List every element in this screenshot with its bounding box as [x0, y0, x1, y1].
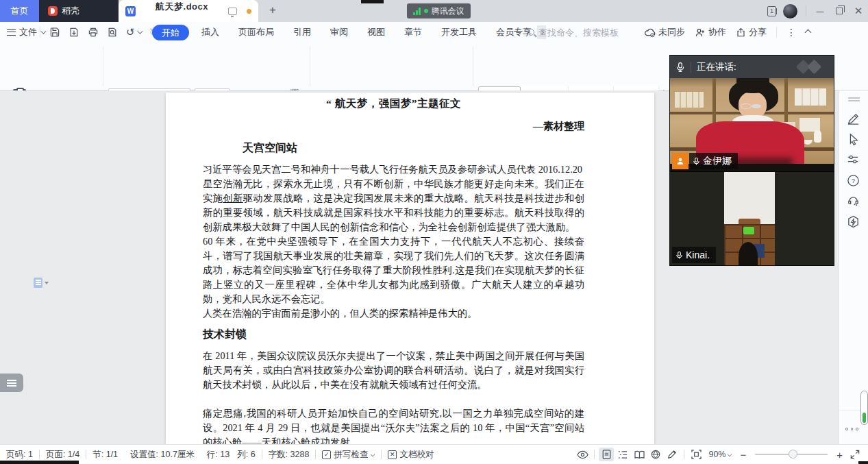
- print-preview-button[interactable]: [103, 22, 122, 42]
- share-label: 分享: [749, 26, 767, 38]
- page-number-status[interactable]: 页码: 1: [0, 449, 39, 461]
- tab-developer-tools[interactable]: 开发工具: [432, 26, 486, 38]
- tab-page-layout[interactable]: 页面布局: [229, 26, 284, 38]
- drag-handle[interactable]: [848, 97, 860, 99]
- more-menu-button[interactable]: ⋮: [786, 27, 796, 38]
- open-documents-icon[interactable]: 1: [767, 6, 776, 16]
- hamburger-icon: [7, 29, 16, 36]
- close-button[interactable]: ✕: [849, 0, 868, 22]
- navigation-pane-toggle[interactable]: [0, 374, 23, 392]
- setting-value-status[interactable]: 设置值: 10.7厘米: [124, 449, 201, 461]
- spell-check-icon: ✓: [322, 450, 331, 459]
- cursor-select-button[interactable]: [847, 133, 859, 145]
- background-wall: [724, 172, 775, 224]
- eye-protection-button[interactable]: [575, 448, 590, 461]
- participant-glasses: [741, 103, 752, 109]
- file-menu[interactable]: 文件: [7, 22, 45, 42]
- divider: [806, 5, 806, 16]
- tab-home[interactable]: 首页: [0, 0, 39, 22]
- meeting-header[interactable]: 正在讲话:: [670, 56, 834, 78]
- fullscreen-button[interactable]: [847, 448, 863, 461]
- read-layout-button[interactable]: [632, 448, 647, 461]
- adjust-settings-button[interactable]: [847, 154, 859, 166]
- new-tab-button[interactable]: +: [266, 3, 280, 17]
- speaking-label: 正在讲话:: [697, 61, 736, 73]
- column-status[interactable]: 列: 6: [231, 449, 261, 461]
- paragraph: 习近平等会见天宫二号和神舟十一号载人飞行任务航天员及参研参试人员代表 2016.…: [203, 162, 584, 177]
- divider: [776, 27, 777, 38]
- tab-review[interactable]: 审阅: [321, 26, 358, 38]
- paragraph: 60 年来，在党中央坚强领导下，在全国大力支持下，一代代航天人不忘初心、接续奋斗…: [203, 234, 584, 306]
- collapse-ribbon-button[interactable]: [805, 29, 812, 36]
- paragraph: 人类在浩瀚的宇宙面前是渺小的，但人类的探索精神是伟大的。: [203, 306, 584, 321]
- tab-home-ribbon[interactable]: 开始: [152, 25, 189, 40]
- tab-insert[interactable]: 插入: [192, 26, 229, 38]
- tab-docer[interactable]: 稻壳: [39, 0, 119, 22]
- minimize-button[interactable]: ─: [810, 0, 830, 22]
- export-button[interactable]: [64, 22, 84, 42]
- divider: [473, 47, 473, 86]
- share-button[interactable]: 分享: [736, 26, 767, 38]
- zoom-level-button[interactable]: 90%: [705, 450, 735, 459]
- document-page[interactable]: “ 航天梦，强国梦”主题征文 —素材整理 天宫空间站 习近平等会见天宫二号和神舟…: [166, 93, 654, 444]
- background-vase: [814, 130, 821, 143]
- video-tile-participant-1[interactable]: 金伊娜: [670, 78, 834, 172]
- meeting-floating-badge[interactable]: 腾讯会议: [407, 3, 471, 19]
- help-button[interactable]: ?: [847, 174, 860, 187]
- microphone-icon: [675, 251, 683, 260]
- search-input[interactable]: [538, 27, 648, 38]
- customer-service-button[interactable]: [847, 195, 860, 208]
- section-status[interactable]: 节: 1/1: [86, 449, 124, 461]
- zoom-slider-knob[interactable]: [789, 450, 797, 459]
- tab-references[interactable]: 引用: [284, 26, 321, 38]
- quick-actions-button[interactable]: [847, 215, 860, 228]
- screen-artifact: [858, 461, 868, 464]
- right-sidebar: ?: [839, 90, 868, 444]
- word-count-status[interactable]: 字数: 3288: [262, 449, 316, 461]
- document-byline: —素材整理: [203, 120, 584, 133]
- pages-status[interactable]: 页面: 1/4: [40, 449, 86, 461]
- proofread-button[interactable]: ✕ 文档校对: [382, 449, 440, 461]
- zoom-slider[interactable]: [755, 454, 828, 455]
- print-button[interactable]: [84, 22, 103, 42]
- paragraph: 在 2011 年，美国众议院议员沃尔夫提出了一个议案，禁止美中两国之间开展任何与…: [203, 349, 584, 392]
- spell-check-button[interactable]: ✓ 拼写检查: [316, 449, 381, 461]
- collaborate-button[interactable]: 协作: [695, 26, 726, 38]
- command-search[interactable]: [528, 25, 658, 40]
- background-books: [795, 88, 826, 106]
- tab-view[interactable]: 视图: [358, 26, 395, 38]
- sync-status-button[interactable]: 未同步: [644, 26, 685, 38]
- tab-document[interactable]: W 航天梦.docx: [119, 0, 258, 22]
- web-layout-button[interactable]: [648, 448, 663, 461]
- fit-page-button[interactable]: [689, 448, 704, 461]
- more-options-dots[interactable]: [845, 428, 858, 430]
- meeting-overlay-panel[interactable]: 正在讲话: 金伊娜: [669, 55, 834, 266]
- portrait-video-strip: [724, 172, 775, 265]
- participant-nametag: Kinai.: [672, 247, 716, 263]
- participant-bangs: [736, 78, 769, 93]
- save-button[interactable]: [45, 22, 64, 42]
- tab-section[interactable]: 章节: [395, 26, 432, 38]
- page-view-button[interactable]: [599, 448, 614, 461]
- menubar: 文件 ↺ ↻ 开始 插入 页面布局 引用 审阅 视图 章节 开发工具 会员专享: [0, 22, 868, 42]
- user-avatar[interactable]: [783, 4, 797, 19]
- search-icon: [528, 29, 534, 36]
- zoom-out-button[interactable]: −: [736, 449, 749, 461]
- paragraph-options-margin-button[interactable]: [34, 278, 49, 288]
- statusbar-right: 90% − +: [575, 448, 868, 461]
- ink-annotate-button[interactable]: [665, 448, 680, 461]
- undo-button[interactable]: ↺: [122, 22, 145, 42]
- paragraph: 星空浩瀚无比，探索永无止境，只有不断创新，中华民族才能更好走向未来。我们正在实施…: [203, 177, 584, 234]
- line-status[interactable]: 行: 13: [201, 449, 231, 461]
- maximize-button[interactable]: [830, 0, 849, 22]
- zoom-in-button[interactable]: +: [833, 449, 846, 461]
- annotate-pen-button[interactable]: [847, 112, 860, 125]
- divider: [103, 47, 103, 86]
- video-tile-participant-2[interactable]: Kinai.: [670, 172, 834, 265]
- dropdown-arrow-icon: [45, 282, 49, 284]
- presentation-monitor-icon[interactable]: [228, 8, 237, 15]
- scroll-progress-indicator[interactable]: [860, 391, 868, 425]
- outline-view-button[interactable]: [615, 448, 630, 461]
- titlebar: 首页 稻壳 W 航天梦.docx + 腾讯会议 1 ─ ✕: [0, 0, 868, 22]
- tab-docer-label: 稻壳: [62, 5, 79, 17]
